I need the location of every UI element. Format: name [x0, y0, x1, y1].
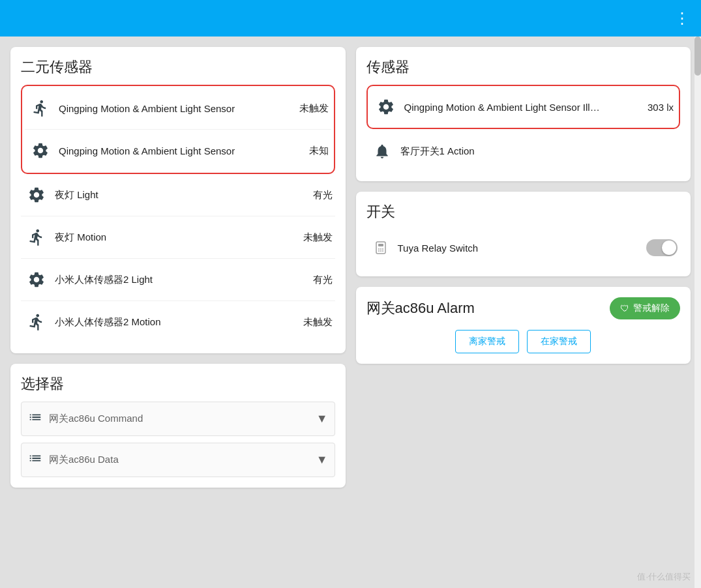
- left-panel: 二元传感器 Qingping Motion & Ambient Light Se…: [10, 47, 346, 558]
- away-arm-button[interactable]: 离家警戒: [455, 330, 519, 353]
- sensor-item[interactable]: 夜灯 Motion 未触发: [21, 216, 335, 259]
- chevron-down-icon: ▼: [316, 412, 328, 426]
- sensor-value: 有光: [313, 189, 333, 201]
- data-dropdown-label: 网关ac86u Data: [49, 454, 316, 466]
- home-arm-button[interactable]: 在家警戒: [527, 330, 591, 353]
- data-dropdown[interactable]: 网关ac86u Data ▼: [21, 443, 335, 477]
- switch-name: Tuya Relay Switch: [398, 243, 647, 254]
- sensor-item[interactable]: Qingping Motion & Ambient Light Sensor 未…: [25, 87, 331, 130]
- command-dropdown-label: 网关ac86u Command: [49, 413, 316, 425]
- alarm-card: 网关ac86u Alarm 🛡 警戒解除 离家警戒 在家警戒: [356, 287, 691, 364]
- selector-card: 选择器 网关ac86u Command ▼ 网关ac86u Data: [10, 364, 346, 488]
- svg-point-2: [378, 248, 380, 250]
- svg-point-4: [382, 248, 383, 250]
- gear-icon: [27, 138, 53, 164]
- sensor-name: 小米人体传感器2 Light: [55, 274, 308, 286]
- watermark: 值·什么值得买: [637, 571, 691, 583]
- sensor-item[interactable]: Qingping Motion & Ambient Light Sensor 未…: [25, 130, 331, 171]
- right-sensor-card: 传感器 Qingping Motion & Ambient Light Sens…: [356, 47, 691, 181]
- chevron-down-icon: ▼: [316, 453, 328, 467]
- sensor-item[interactable]: 夜灯 Light 有光: [21, 174, 335, 216]
- binary-sensor-card: 二元传感器 Qingping Motion & Ambient Light Se…: [10, 47, 346, 353]
- alarm-button-label: 警戒解除: [633, 302, 670, 314]
- right-panel: 传感器 Qingping Motion & Ambient Light Sens…: [356, 47, 691, 558]
- gear-icon: [23, 182, 50, 208]
- motion-icon: [23, 224, 50, 250]
- svg-rect-0: [376, 242, 385, 254]
- alarm-actions: 离家警戒 在家警戒: [366, 330, 681, 353]
- sensor-list: 夜灯 Light 有光 夜灯 Motion 未触发: [21, 174, 335, 343]
- sensor-value: 未触发: [299, 102, 329, 115]
- selector-title: 选择器: [21, 374, 335, 394]
- scrollbar-track: [694, 37, 701, 588]
- binary-sensor-title: 二元传感器: [21, 57, 335, 77]
- relay-icon: [369, 236, 393, 259]
- menu-icon[interactable]: ⋮: [674, 9, 691, 27]
- sensor-value: 未触发: [303, 316, 333, 329]
- alarm-header: 网关ac86u Alarm 🛡 警戒解除: [366, 297, 681, 319]
- switch-item: Tuya Relay Switch: [366, 229, 681, 266]
- sensor-name: 夜灯 Motion: [55, 231, 298, 244]
- sensor-value: 303 lx: [648, 102, 674, 113]
- right-sensor-item[interactable]: 客厅开关1 Action: [366, 132, 681, 171]
- svg-point-3: [380, 248, 381, 250]
- list-icon: [28, 410, 42, 428]
- sensor-item[interactable]: 小米人体传感器2 Motion 未触发: [21, 301, 335, 343]
- switch-card: 开关 Tuya Relay Switch: [356, 192, 691, 276]
- sensor-name: 小米人体传感器2 Motion: [55, 316, 298, 329]
- sensor-value: 未触发: [303, 231, 333, 244]
- sensor-name: 夜灯 Light: [55, 189, 308, 201]
- sensor-name: Qingping Motion & Ambient Light Sensor: [59, 145, 304, 156]
- motion-icon: [23, 309, 50, 335]
- highlighted-right-sensor-group: Qingping Motion & Ambient Light Sensor I…: [366, 85, 681, 129]
- main-content: 二元传感器 Qingping Motion & Ambient Light Se…: [0, 37, 701, 568]
- list-icon: [28, 451, 42, 469]
- sensor-value: 未知: [309, 145, 329, 157]
- sensor-name: Qingping Motion & Ambient Light Sensor I…: [404, 102, 642, 113]
- toggle-switch[interactable]: [646, 239, 678, 256]
- sensor-name: Qingping Motion & Ambient Light Sensor: [59, 103, 294, 114]
- alarm-disarm-button[interactable]: 🛡 警戒解除: [610, 297, 680, 319]
- switch-title: 开关: [366, 202, 681, 222]
- motion-icon: [27, 95, 53, 121]
- command-dropdown[interactable]: 网关ac86u Command ▼: [21, 402, 335, 436]
- alarm-title: 网关ac86u Alarm: [366, 299, 475, 318]
- bell-icon: [369, 138, 395, 164]
- highlighted-sensor-group: Qingping Motion & Ambient Light Sensor 未…: [21, 85, 335, 174]
- svg-point-5: [378, 250, 380, 252]
- shield-icon: 🛡: [620, 303, 629, 314]
- scrollbar-thumb[interactable]: [694, 37, 701, 76]
- svg-point-6: [380, 250, 381, 252]
- sensor-title: 传感器: [366, 57, 681, 77]
- topbar: ⋮: [0, 0, 701, 37]
- svg-point-7: [382, 250, 383, 252]
- svg-rect-1: [378, 244, 383, 246]
- gear-icon: [373, 94, 399, 120]
- gear-icon: [23, 267, 50, 293]
- sensor-name: 客厅开关1 Action: [400, 145, 673, 158]
- toggle-thumb: [662, 241, 676, 255]
- right-sensor-item[interactable]: Qingping Motion & Ambient Light Sensor I…: [370, 87, 677, 126]
- sensor-value: 有光: [313, 274, 333, 286]
- sensor-item[interactable]: 小米人体传感器2 Light 有光: [21, 259, 335, 301]
